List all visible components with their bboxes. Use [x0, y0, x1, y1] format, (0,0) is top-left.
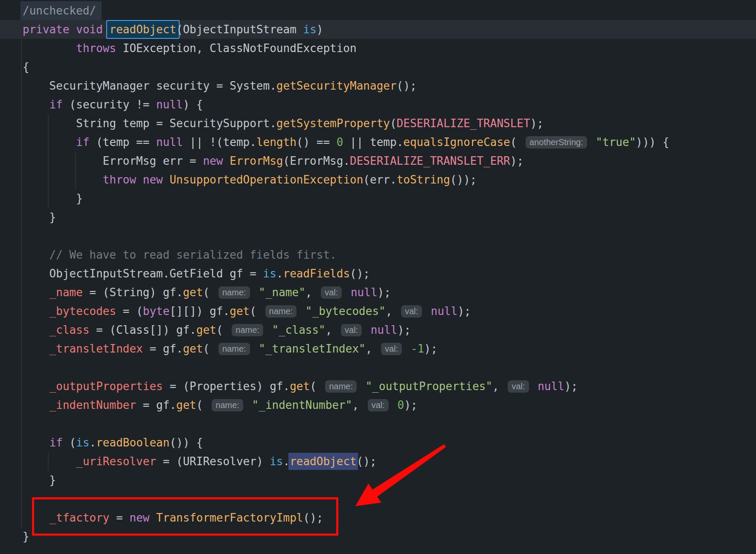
code-token: get	[183, 286, 203, 299]
code-line[interactable]: _uriResolver = (URIResolver) is.readObje…	[0, 452, 756, 471]
code-line[interactable]: }	[0, 189, 756, 208]
code-token: }	[23, 192, 83, 205]
code-token: (	[63, 436, 76, 449]
code-token: .	[90, 436, 96, 449]
inlay-hint[interactable]: name:	[232, 324, 263, 336]
code-token: _name	[49, 286, 83, 299]
code-token: );	[424, 342, 437, 355]
inlay-hint[interactable]: name:	[325, 380, 357, 393]
inlay-hint[interactable]: name:	[212, 399, 243, 411]
code-token	[23, 305, 49, 318]
inlay-hint[interactable]: anotherString:	[526, 136, 587, 149]
code-line[interactable]: String temp = SecuritySupport.getSystemP…	[0, 114, 756, 133]
code-token	[23, 173, 103, 186]
code-line[interactable]: ObjectInputStream.GetField gf = is.readF…	[0, 264, 756, 283]
code-token: "_indentNumber"	[252, 399, 352, 411]
indent-guide	[48, 452, 49, 471]
code-token: null	[431, 305, 458, 318]
inlay-hint[interactable]: val:	[381, 343, 402, 355]
code-token	[531, 380, 538, 393]
code-token: "true"	[596, 136, 636, 149]
code-line[interactable]	[0, 358, 756, 377]
code-token: (	[196, 399, 209, 411]
code-token: _outputProperties	[49, 380, 163, 393]
code-token: 0	[337, 136, 343, 149]
code-line[interactable]: {	[0, 58, 756, 76]
code-line[interactable]	[0, 414, 756, 433]
code-token: || !(temp.	[183, 136, 256, 149]
code-line[interactable]: _name = (String) gf.get( name: "_name", …	[0, 283, 756, 302]
code-line[interactable]: if (temp == null || !(temp.length() == 0…	[0, 133, 756, 152]
inlay-hint[interactable]: val:	[401, 305, 422, 318]
code-token	[23, 380, 49, 393]
code-line[interactable]: _indentNumber = gf.get( name: "_indentNu…	[0, 396, 756, 414]
inlay-hint[interactable]: val:	[341, 324, 362, 336]
code-token	[23, 436, 49, 449]
indent-guide	[21, 39, 22, 528]
code-line[interactable]: private void readObject(ObjectInputStrea…	[0, 20, 756, 39]
code-line[interactable]: _bytecodes = (byte[][]) gf.get( name: "_…	[0, 302, 756, 321]
code-token: String temp = SecuritySupport.	[23, 117, 276, 130]
code-token: );	[457, 305, 471, 318]
code-line[interactable]: throw new UnsupportedOperationException(…	[0, 170, 756, 189]
code-line[interactable]: _class = (Class[]) gf.get( name: "_class…	[0, 321, 756, 339]
code-line[interactable]: }	[0, 208, 756, 227]
inlay-hint[interactable]: val:	[321, 286, 342, 299]
code-token	[23, 286, 49, 299]
code-token: );	[530, 117, 544, 130]
code-line[interactable]: /unchecked/	[0, 1, 756, 20]
readobject-declaration-box[interactable]: readObject	[106, 20, 180, 39]
code-token: );	[397, 324, 410, 336]
code-token: ErrorMsg	[230, 155, 283, 167]
code-token: (ErrorMsg.	[283, 155, 350, 167]
code-line[interactable]: }	[0, 471, 756, 490]
code-token: _indentNumber	[49, 399, 137, 411]
code-token: )	[317, 23, 323, 36]
indent-guide	[75, 152, 76, 190]
code-token: = (String) gf.	[83, 286, 183, 299]
code-token	[23, 324, 49, 336]
code-line[interactable]: ErrorMsg err = new ErrorMsg(ErrorMsg.DES…	[0, 152, 756, 170]
code-token: null	[156, 136, 183, 149]
code-token: .	[276, 267, 283, 280]
code-line[interactable]: if (security != null) {	[0, 95, 756, 114]
code-token: ,	[352, 399, 365, 411]
code-token: ());	[450, 173, 477, 186]
code-line[interactable]	[0, 227, 756, 245]
code-token: throw	[103, 173, 136, 186]
inlay-hint[interactable]: val:	[368, 399, 389, 411]
code-line[interactable]: SecurityManager security = System.getSec…	[0, 76, 756, 95]
selected-text: /unchecked/	[20, 1, 102, 20]
code-token: ()) {	[169, 436, 203, 449]
inlay-hint[interactable]: val:	[508, 380, 529, 393]
inlay-hint[interactable]: name:	[265, 305, 297, 318]
code-token: }	[23, 530, 29, 543]
code-token: is	[76, 436, 89, 449]
code-line[interactable]: throws IOException, ClassNotFoundExcepti…	[0, 39, 756, 58]
code-token: null	[156, 98, 183, 111]
code-token: (ObjectInputStream	[176, 23, 303, 36]
code-line[interactable]: _transletIndex = gf.get( name: "_transle…	[0, 339, 756, 358]
code-editor[interactable]: /unchecked/private void readObject(Objec…	[0, 0, 756, 554]
code-token: );	[510, 155, 523, 167]
code-token: get	[230, 305, 250, 318]
code-token: byte	[143, 305, 170, 318]
code-token: );	[564, 380, 578, 393]
code-token: ,	[492, 380, 506, 393]
code-line[interactable]: _outputProperties = (Properties) gf.get(…	[0, 377, 756, 396]
code-token: getSystemProperty	[276, 117, 390, 130]
code-token: (	[216, 324, 230, 336]
code-line[interactable]: if (is.readBoolean()) {	[0, 433, 756, 452]
code-token	[245, 399, 252, 411]
code-token: = (Class[]) gf.	[90, 324, 196, 336]
code-token: SecurityManager security = System.	[23, 79, 276, 92]
code-line[interactable]: // We have to read serialized fields fir…	[0, 245, 756, 264]
inlay-hint[interactable]: name:	[218, 286, 250, 299]
code-token: throws	[76, 42, 116, 55]
inlay-hint[interactable]: name:	[218, 343, 250, 355]
readobject-occurrence-highlight[interactable]: readObject	[288, 453, 358, 470]
code-token	[359, 380, 366, 393]
code-token	[252, 342, 259, 355]
code-token: getSecurityManager	[276, 79, 397, 92]
code-token	[23, 342, 49, 355]
